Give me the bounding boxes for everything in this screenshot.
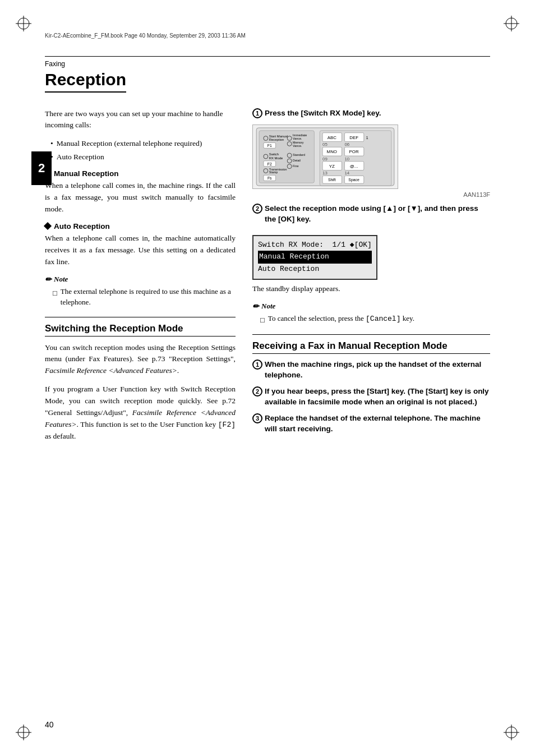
note-box-2: ✏ Note □ To cancel the selection, press … <box>252 302 490 326</box>
note-item-2: □ To cancel the selection, press the [Ca… <box>252 313 490 326</box>
lcd-line-1: Switch RX Mode: 1/1 ◆[OK] <box>258 239 372 251</box>
svg-text:F1: F1 <box>268 144 272 147</box>
corner-mark-br <box>504 725 519 740</box>
step-2-row: 2 Select the reception mode using [▲] or… <box>252 204 490 225</box>
bullet-text-2: Auto Reception <box>57 151 104 163</box>
corner-mark-tl <box>16 16 31 31</box>
switching-para1: You can switch reception modes using the… <box>45 342 236 377</box>
section-label: Faxing <box>45 60 65 68</box>
corner-mark-bl <box>16 725 31 740</box>
recv-step-1-row: 1 When the machine rings, pick up the ha… <box>252 359 490 381</box>
note-label-1: ✏ Note <box>45 275 236 284</box>
svg-text:Space: Space <box>348 178 359 182</box>
svg-text:13: 13 <box>322 170 328 176</box>
svg-text:Fine: Fine <box>293 164 299 168</box>
svg-text:Stamp: Stamp <box>269 170 278 174</box>
note-text-2: To cancel the selection, press the [Canc… <box>268 313 414 326</box>
recv-step-3-text: Replace the handset of the external tele… <box>265 413 490 435</box>
svg-text:1: 1 <box>366 135 368 139</box>
list-item: • Auto Reception <box>50 151 236 163</box>
list-item: • Manual Reception (external telephone r… <box>50 138 236 149</box>
svg-text:Vance.: Vance. <box>293 136 302 140</box>
svg-text:10: 10 <box>344 156 349 162</box>
svg-text:Detail: Detail <box>293 159 301 162</box>
note-pencil-icon: ✏ <box>45 275 52 284</box>
svg-text:POR: POR <box>349 149 359 154</box>
corner-mark-tr <box>504 16 519 31</box>
svg-text:MNO: MNO <box>327 149 337 154</box>
note-pencil-icon-2: ✏ <box>252 302 259 311</box>
recv-step-2-text: If you hear beeps, press the [Start] key… <box>265 386 490 408</box>
bullet-dot: • <box>50 138 53 149</box>
step-2-text: Select the reception mode using [▲] or [… <box>265 204 490 225</box>
svg-text:Reception: Reception <box>269 138 284 141</box>
intro-text: There are two ways you can set up your m… <box>45 108 236 131</box>
receiving-section-title: Receiving a Fax in Manual Reception Mode <box>252 340 490 354</box>
manual-reception-heading: Manual Reception <box>45 169 236 178</box>
note-label-2: ✏ Note <box>252 302 490 311</box>
diamond-icon <box>44 169 52 177</box>
svg-text:YZ: YZ <box>329 164 335 169</box>
svg-text:Switch: Switch <box>269 153 279 156</box>
file-label: Kir-C2-AEcombine_F_FM.book Page 40 Monda… <box>45 33 246 39</box>
standby-text: The standby display appears. <box>252 283 490 295</box>
page-header: Kir-C2-AEcombine_F_FM.book Page 40 Monda… <box>45 33 490 39</box>
lcd-line-3: Auto Reception <box>258 264 372 275</box>
auto-reception-heading: Auto Reception <box>45 222 236 231</box>
main-content: Reception There are two ways you can set… <box>45 70 490 449</box>
lcd-line-2: Manual Reception <box>258 251 372 264</box>
auto-reception-label: Auto Reception <box>54 222 110 231</box>
page-title: Reception <box>45 70 126 93</box>
page: Kir-C2-AEcombine_F_FM.book Page 40 Monda… <box>0 0 535 756</box>
recv-step-3-row: 3 Replace the handset of the external te… <box>252 413 490 435</box>
page-number: 40 <box>45 720 54 729</box>
recv-step-3-circle: 3 <box>252 413 262 423</box>
bullet-text-1: Manual Reception (external telephone req… <box>57 138 202 149</box>
section-divider-1 <box>45 317 236 317</box>
svg-text:Fs: Fs <box>268 176 272 180</box>
step-1-text: Press the [Switch RX Mode] key. <box>265 108 490 119</box>
svg-text:RX Mode: RX Mode <box>269 156 283 160</box>
note-box-1: ✏ Note □ The external telephone is requi… <box>45 275 236 308</box>
svg-text:Start Manual: Start Manual <box>269 135 288 138</box>
note-label-text-2: Note <box>261 302 275 311</box>
receiving-section: Receiving a Fax in Manual Reception Mode… <box>252 340 490 434</box>
note-item-1: □ The external telephone is required to … <box>45 286 236 308</box>
recv-step-2-row: 2 If you hear beeps, press the [Start] k… <box>252 386 490 408</box>
auto-reception-text: When a telephone call comes in, the mach… <box>45 233 236 268</box>
svg-text:14: 14 <box>344 170 349 176</box>
header-rule <box>45 56 490 57</box>
image-caption: AAN113F <box>252 191 490 198</box>
diamond-icon-2 <box>44 222 52 230</box>
recv-step-2-circle: 2 <box>252 386 262 397</box>
svg-text:05: 05 <box>322 142 328 147</box>
fax-device-image: Start Manual Reception F1 Switch RX Mode… <box>252 125 490 198</box>
svg-text:ABC: ABC <box>328 135 336 140</box>
bullet-dot: • <box>50 151 53 163</box>
svg-text:06: 06 <box>344 142 349 147</box>
svg-text:09: 09 <box>322 156 328 162</box>
note-text-1: The external telephone is required to us… <box>61 286 236 308</box>
note-label-text-1: Note <box>54 275 68 284</box>
note-square-2: □ <box>260 315 265 326</box>
bullet-list: • Manual Reception (external telephone r… <box>50 138 236 163</box>
step-1-row: 1 Press the [Switch RX Mode] key. <box>252 108 490 119</box>
switching-para2: If you program a User Function key with … <box>45 384 236 442</box>
step-2-circle: 2 <box>252 204 262 214</box>
manual-reception-label: Manual Reception <box>54 169 119 178</box>
lcd-display: Switch RX Mode: 1/1 ◆[OK] Manual Recepti… <box>252 235 377 280</box>
left-column: There are two ways you can set up your m… <box>45 108 236 449</box>
two-column-layout: There are two ways you can set up your m… <box>45 108 490 449</box>
manual-reception-text: When a telephone call comes in, the mach… <box>45 180 236 215</box>
svg-text:Vance.: Vance. <box>293 144 302 147</box>
right-column: 1 Press the [Switch RX Mode] key. Start … <box>252 108 490 449</box>
switching-section-title: Switching the Reception Mode <box>45 323 236 336</box>
svg-text:F2: F2 <box>268 162 272 166</box>
svg-text:@...: @... <box>350 164 358 169</box>
recv-step-1-circle: 1 <box>252 359 262 370</box>
svg-text:Standard: Standard <box>293 153 305 156</box>
section-divider-2 <box>252 334 490 335</box>
svg-text:DEF: DEF <box>349 135 358 140</box>
step-1-circle: 1 <box>252 108 262 118</box>
recv-step-1-text: When the machine rings, pick up the hand… <box>265 359 490 381</box>
